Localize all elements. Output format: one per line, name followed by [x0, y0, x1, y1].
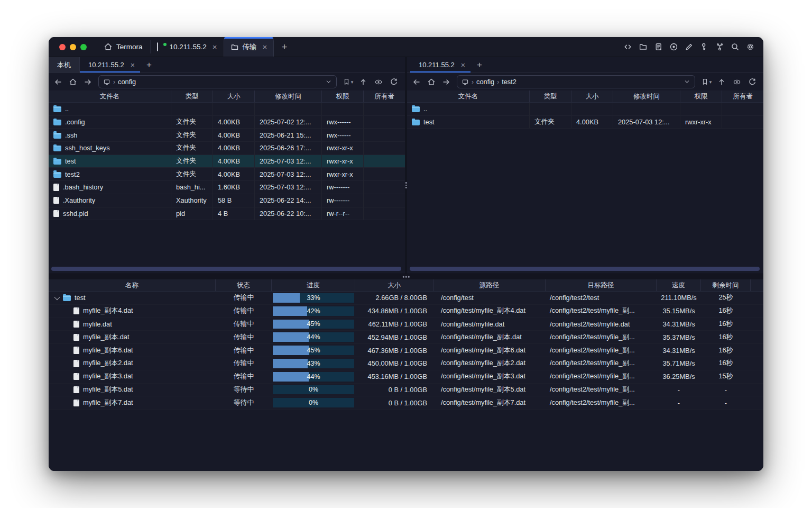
file-row[interactable]: sshd.pid pid4 B2025-06-22 10:...rw-r--r-… [49, 207, 405, 221]
port-forward-icon[interactable] [715, 42, 724, 52]
horizontal-scrollbar[interactable] [410, 267, 760, 271]
file-row[interactable]: .bash_history bash_hi...1.60KB2025-07-03… [49, 181, 405, 194]
zoom-window-button[interactable] [80, 44, 87, 50]
breadcrumb-segment[interactable]: config [118, 78, 136, 86]
path-dropdown-icon[interactable] [325, 78, 332, 85]
column-header-status[interactable]: 状态 [216, 279, 272, 291]
tab-transfer[interactable]: 传输 × [224, 37, 274, 57]
column-header-source[interactable]: 源路径 [433, 279, 546, 291]
transfer-row[interactable]: myfile_副本3.dat 传输中 44% 453.16MB / 1.00GB… [49, 370, 763, 384]
column-header-progress[interactable]: 进度 [272, 279, 355, 291]
tab-home[interactable]: Termora [96, 37, 150, 57]
file-row[interactable]: test2 文件夹4.00KB2025-07-03 12:...rwxr-xr-… [49, 168, 405, 181]
refresh-button[interactable] [745, 76, 759, 88]
left-file-panel: 本机 10.211.55.2 × + › config [49, 57, 405, 274]
new-panel-tab-button[interactable]: + [470, 57, 488, 72]
transfer-row[interactable]: myfile_副本.dat 传输中 44% 452.94MB / 1.00GB … [49, 331, 763, 344]
upload-button[interactable] [356, 76, 370, 88]
search-icon[interactable] [730, 42, 740, 52]
close-tab-icon[interactable]: × [131, 61, 135, 69]
breadcrumb-segment[interactable]: config [476, 78, 494, 86]
transfer-row[interactable]: myfile.dat 传输中 45% 462.11MB / 1.00GB /co… [49, 318, 763, 331]
path-breadcrumb-input[interactable]: › config › test2 [457, 75, 695, 88]
column-header-filename[interactable]: 文件名 [407, 90, 530, 102]
column-header-perm[interactable]: 权限 [680, 90, 722, 102]
horizontal-scrollbar[interactable] [51, 267, 401, 271]
column-header-owner[interactable]: 所有者 [364, 90, 405, 102]
file-row-parent[interactable]: .. [49, 103, 405, 116]
status-badge: 等待中 [216, 384, 272, 396]
folder-icon [63, 295, 71, 301]
column-header-size[interactable]: 大小 [571, 90, 613, 102]
close-tab-icon[interactable]: × [461, 61, 465, 69]
transfer-row[interactable]: myfile_副本6.dat 传输中 45% 467.36MB / 1.00GB… [49, 344, 763, 357]
back-button[interactable] [410, 76, 423, 88]
transfer-name: myfile_副本5.dat [83, 385, 133, 394]
minimize-window-button[interactable] [70, 44, 76, 50]
breadcrumb-segment[interactable]: test2 [502, 78, 516, 86]
transfer-row[interactable]: myfile_副本4.dat 传输中 42% 434.86MB / 1.00GB… [49, 305, 763, 318]
file-panels: 本机 10.211.55.2 × + › config [49, 57, 763, 274]
transfer-row[interactable]: myfile_副本5.dat 等待中 0% 0 B / 1.00GB /conf… [49, 384, 763, 397]
back-button[interactable] [52, 76, 64, 88]
transfer-row[interactable]: myfile_副本7.dat 等待中 0% 0 B / 1.00GB /conf… [49, 396, 763, 410]
column-header-name[interactable]: 名称 [49, 279, 216, 291]
bookmark-button[interactable]: ▾ [341, 76, 355, 88]
edit-icon[interactable] [684, 42, 694, 52]
tree-expand-icon[interactable] [54, 294, 60, 300]
home-button[interactable] [425, 76, 438, 88]
key-icon[interactable] [699, 42, 709, 52]
close-tab-icon[interactable]: × [213, 42, 217, 51]
file-row-selected[interactable]: test 文件夹4.00KB2025-07-03 12:...rwxr-xr-x [49, 155, 405, 168]
settings-gear-icon[interactable] [745, 42, 755, 52]
column-header-perm[interactable]: 权限 [322, 90, 364, 102]
code-icon[interactable] [623, 42, 632, 52]
bookmark-caret-icon[interactable]: ▾ [351, 79, 354, 85]
path-breadcrumb-input[interactable]: › config [98, 75, 337, 88]
column-header-mtime[interactable]: 修改时间 [255, 90, 322, 102]
refresh-button[interactable] [387, 76, 401, 88]
panel-splitter-horizontal[interactable] [49, 274, 763, 279]
folder-icon[interactable] [638, 42, 648, 52]
tab-server-session[interactable]: 10.211.55.2 × [151, 37, 224, 57]
bookmark-caret-icon[interactable]: ▾ [709, 79, 712, 85]
tab-remote-session[interactable]: 10.211.55.2 × [80, 57, 140, 72]
column-header-filename[interactable]: 文件名 [49, 90, 171, 102]
column-header-mtime[interactable]: 修改时间 [613, 90, 680, 102]
new-tab-button[interactable]: + [274, 37, 294, 57]
file-row[interactable]: .Xauthority Xauthority58 B2025-06-22 14:… [49, 194, 405, 207]
tab-local-machine[interactable]: 本机 [49, 57, 80, 72]
path-dropdown-icon[interactable] [684, 78, 690, 85]
progress-label: 0% [273, 385, 354, 395]
server-tab-label: 10.211.55.2 [170, 43, 207, 51]
bookmark-button[interactable]: ▾ [699, 76, 713, 88]
forward-button[interactable] [440, 76, 453, 88]
tab-remote-session[interactable]: 10.211.55.2 × [410, 57, 470, 72]
home-button[interactable] [67, 76, 79, 88]
file-row[interactable]: .config 文件夹4.00KB2025-07-02 12:...rwx---… [49, 116, 405, 129]
file-row[interactable]: .ssh 文件夹4.00KB2025-06-21 15:...rwx------ [49, 129, 405, 142]
column-header-speed[interactable]: 速度 [657, 279, 701, 291]
close-window-button[interactable] [59, 44, 66, 50]
file-row[interactable]: test 文件夹4.00KB2025-07-03 12:...rwxr-xr-x [407, 116, 763, 129]
transfer-row-folder[interactable]: test 传输中 33% 2.66GB / 8.00GB /config/tes… [49, 292, 763, 305]
file-name: test2 [65, 170, 80, 178]
column-header-eta[interactable]: 剩余时间 [701, 279, 751, 291]
column-header-target[interactable]: 目标路径 [546, 279, 657, 291]
column-header-size[interactable]: 大小 [213, 90, 255, 102]
column-header-type[interactable]: 类型 [171, 90, 213, 102]
upload-button[interactable] [715, 76, 728, 88]
show-hidden-eye-button[interactable] [372, 76, 385, 88]
forward-button[interactable] [81, 76, 94, 88]
show-hidden-eye-button[interactable] [730, 76, 744, 88]
record-icon[interactable] [669, 42, 678, 52]
file-row[interactable]: ssh_host_keys 文件夹4.00KB2025-06-26 17:...… [49, 142, 405, 155]
column-header-type[interactable]: 类型 [530, 90, 571, 102]
file-row-parent[interactable]: .. [407, 103, 763, 116]
transfer-row[interactable]: myfile_副本2.dat 传输中 43% 450.00MB / 1.00GB… [49, 357, 763, 370]
column-header-owner[interactable]: 所有者 [722, 90, 763, 102]
column-header-size[interactable]: 大小 [355, 279, 433, 291]
new-panel-tab-button[interactable]: + [140, 57, 158, 72]
log-icon[interactable] [653, 42, 663, 52]
close-tab-icon[interactable]: × [263, 42, 267, 51]
